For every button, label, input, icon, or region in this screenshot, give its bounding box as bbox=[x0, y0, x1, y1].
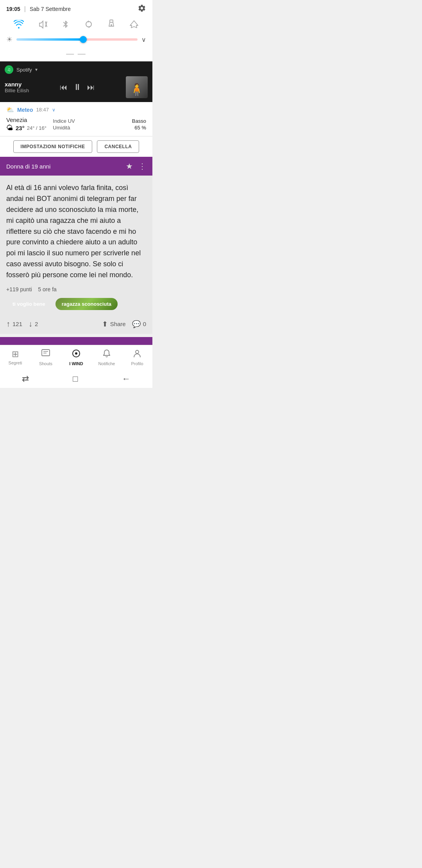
post-time-ago: 5 ore fa bbox=[38, 286, 56, 292]
status-date: Sab 7 Settembre bbox=[30, 6, 71, 12]
downvote-count: 2 bbox=[35, 321, 38, 327]
post-card: Donna di 19 anni ★ ⋮ Al età di 16 anni v… bbox=[0, 157, 152, 334]
svg-rect-3 bbox=[110, 20, 113, 22]
spotify-controls: ⏮ ⏸ ⏭ bbox=[60, 82, 95, 92]
tag-ragazza-sconosciuta[interactable]: ragazza sconosciuta bbox=[55, 298, 118, 310]
weather-icon: ⛅ bbox=[6, 106, 14, 113]
weather-range: 24° / 16° bbox=[27, 125, 46, 131]
spotify-song-title: xanny bbox=[5, 81, 29, 88]
weather-notification: ⛅ Meteo 18:47 ∨ Venezia 🌤 23° 24° / 16° … bbox=[0, 102, 152, 136]
post-meta: +119 punti 5 ore fa bbox=[6, 286, 146, 292]
shouts-icon bbox=[41, 349, 50, 360]
tag-ti-voglio-bene[interactable]: ti voglio bene bbox=[6, 298, 52, 310]
weather-sun-icon: 🌤 bbox=[6, 124, 13, 132]
profilo-label: Profilo bbox=[131, 361, 143, 366]
profilo-icon bbox=[133, 349, 141, 360]
home-button[interactable]: □ bbox=[73, 374, 78, 384]
next-card-peek bbox=[0, 337, 152, 345]
svg-point-4 bbox=[111, 24, 112, 26]
comment-icon: 💬 bbox=[132, 320, 141, 328]
drag-handle: — — bbox=[0, 48, 152, 61]
spotify-prev-button[interactable]: ⏮ bbox=[60, 83, 68, 92]
mute-icon[interactable] bbox=[38, 20, 48, 31]
more-options-icon[interactable]: ⋮ bbox=[138, 161, 146, 171]
upvote-button[interactable]: ↑ 121 bbox=[6, 319, 22, 328]
brightness-row: ☀ ∨ bbox=[0, 33, 152, 48]
status-separator: | bbox=[24, 5, 26, 13]
post-tags: ti voglio bene ragazza sconosciuta bbox=[6, 298, 146, 310]
post-header-actions: ★ ⋮ bbox=[126, 161, 146, 171]
album-art-image: 🧍 bbox=[129, 82, 145, 98]
weather-temp: 23° bbox=[16, 125, 25, 131]
brightness-slider[interactable] bbox=[16, 38, 138, 41]
post-actions: ↑ 121 ↓ 2 ⬆ Share 💬 0 bbox=[0, 316, 152, 334]
post-category: Donna di 19 anni bbox=[6, 163, 50, 170]
sync-icon[interactable] bbox=[84, 20, 93, 31]
system-navigation: ⇄ □ ← bbox=[0, 368, 152, 388]
nav-item-shouts[interactable]: Shouts bbox=[30, 349, 61, 366]
spotify-artist-name: Billie Eilish bbox=[5, 88, 29, 93]
weather-city: Venezia bbox=[6, 117, 53, 123]
gear-icon[interactable] bbox=[138, 4, 146, 14]
status-bar: 19:05 | Sab 7 Settembre bbox=[0, 0, 152, 16]
brightness-thumb[interactable] bbox=[80, 36, 87, 43]
upvote-count: 121 bbox=[13, 321, 22, 327]
share-icon: ⬆ bbox=[102, 320, 108, 328]
shouts-label: Shouts bbox=[39, 361, 52, 366]
star-icon[interactable]: ★ bbox=[126, 161, 133, 171]
segreti-icon: ⊞ bbox=[12, 349, 19, 359]
nav-item-iwind[interactable]: I WIND bbox=[61, 349, 91, 366]
comment-button[interactable]: 💬 0 bbox=[132, 320, 146, 328]
weather-app-name: Meteo bbox=[17, 107, 33, 113]
back-button[interactable]: ← bbox=[122, 374, 131, 384]
cancel-button[interactable]: CANCELLA bbox=[97, 140, 139, 153]
uv-label: Indice UV bbox=[53, 118, 99, 124]
recent-apps-button[interactable]: ⇄ bbox=[22, 374, 29, 384]
wifi-icon[interactable] bbox=[14, 20, 24, 31]
nav-item-segreti[interactable]: ⊞ Segreti bbox=[0, 349, 30, 366]
weather-time: 18:47 bbox=[36, 107, 49, 113]
notifiche-label: Notifiche bbox=[98, 361, 115, 366]
notification-settings-button[interactable]: IMPOSTAZIONI NOTIFICHE bbox=[13, 140, 93, 153]
post-body: Al età di 16 anni volevo farla finita, c… bbox=[0, 176, 152, 316]
svg-rect-5 bbox=[42, 350, 50, 356]
notifiche-icon bbox=[103, 349, 111, 360]
humidity-value: 65 % bbox=[100, 125, 146, 131]
nav-item-notifiche[interactable]: Notifiche bbox=[91, 349, 122, 366]
iwind-label: I WIND bbox=[69, 361, 83, 366]
post-points: +119 punti bbox=[6, 286, 32, 292]
humidity-label: Umidità bbox=[53, 125, 99, 131]
share-label: Share bbox=[110, 321, 126, 327]
spotify-logo: ♫ bbox=[5, 65, 13, 74]
downvote-icon: ↓ bbox=[29, 319, 32, 328]
airplane-icon[interactable] bbox=[129, 20, 139, 31]
share-button[interactable]: ⬆ Share bbox=[102, 320, 126, 328]
spotify-notification: ♫ Spotify ▾ xanny Billie Eilish ⏮ ⏸ ⏭ 🧍 bbox=[0, 61, 152, 102]
post-header: Donna di 19 anni ★ ⋮ bbox=[0, 157, 152, 176]
upvote-icon: ↑ bbox=[6, 319, 10, 328]
svg-point-9 bbox=[75, 352, 77, 355]
downvote-button[interactable]: ↓ 2 bbox=[29, 319, 38, 328]
bluetooth-icon[interactable] bbox=[62, 20, 69, 31]
iwind-icon bbox=[72, 349, 80, 360]
status-time: 19:05 bbox=[6, 6, 20, 12]
uv-value: Basso bbox=[100, 118, 146, 124]
main-content: Donna di 19 anni ★ ⋮ Al età di 16 anni v… bbox=[0, 157, 152, 345]
quick-settings-panel bbox=[0, 16, 152, 33]
spotify-next-button[interactable]: ⏭ bbox=[87, 83, 95, 92]
spotify-album-art: 🧍 bbox=[126, 76, 148, 98]
post-text: Al età di 16 anni volevo farla finita, c… bbox=[6, 183, 146, 281]
svg-point-10 bbox=[136, 350, 139, 353]
notification-collapse-chevron[interactable]: ∨ bbox=[141, 36, 146, 43]
weather-dropdown-chevron[interactable]: ∨ bbox=[52, 107, 55, 113]
nav-item-profilo[interactable]: Profilo bbox=[122, 349, 152, 366]
spotify-pause-button[interactable]: ⏸ bbox=[73, 82, 82, 92]
flashlight-icon[interactable] bbox=[108, 20, 115, 31]
bottom-navigation: ⊞ Segreti Shouts I WIND Notific bbox=[0, 345, 152, 368]
segreti-label: Segreti bbox=[9, 360, 22, 365]
brightness-icon: ☀ bbox=[6, 35, 13, 44]
comment-count: 0 bbox=[143, 321, 146, 327]
notification-action-buttons: IMPOSTAZIONI NOTIFICHE CANCELLA bbox=[0, 136, 152, 157]
spotify-app-name: Spotify bbox=[16, 67, 32, 73]
spotify-dropdown-chevron[interactable]: ▾ bbox=[35, 67, 38, 72]
